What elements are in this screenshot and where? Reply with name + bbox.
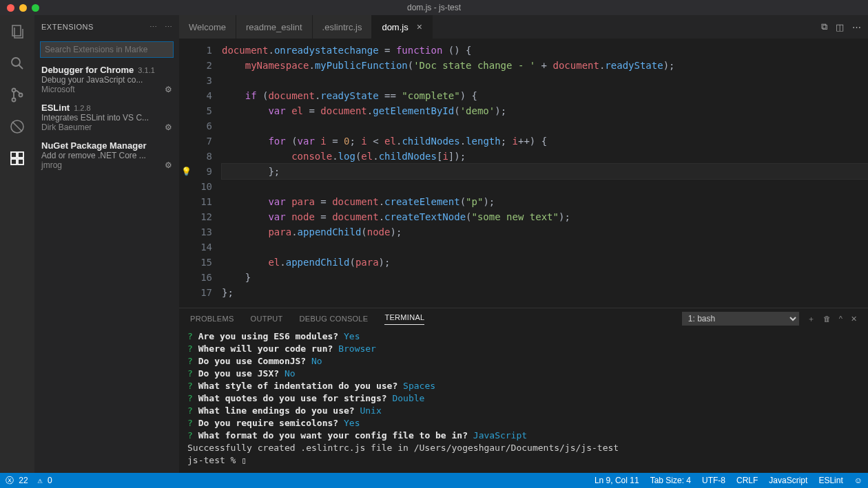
editor-tab[interactable]: .eslintrc.js — [313, 15, 373, 39]
maximize-window-icon[interactable] — [32, 4, 39, 12]
tab-label: .eslintrc.js — [322, 22, 362, 32]
panel-close-icon[interactable]: ✕ — [851, 315, 857, 323]
code-line[interactable]: var para = document.createElement("p"); — [222, 194, 868, 209]
new-terminal-icon[interactable]: ＋ — [807, 314, 815, 324]
svg-point-3 — [12, 98, 16, 102]
status-eol[interactable]: CRLF — [736, 476, 758, 485]
window-title: dom.js - js-test — [407, 3, 461, 12]
titlebar: dom.js - js-test — [0, 0, 868, 15]
status-language[interactable]: JavaScript — [769, 476, 807, 485]
code-line[interactable]: para.appendChild(node); — [222, 224, 868, 240]
filter-icon[interactable]: ⋯ — [149, 23, 158, 32]
extension-name: Debugger for Chrome — [41, 65, 134, 75]
svg-rect-9 — [18, 159, 23, 165]
status-eslint[interactable]: ESLint — [818, 476, 843, 485]
svg-rect-7 — [18, 152, 23, 158]
gear-icon[interactable]: ⚙ — [165, 85, 172, 94]
code-line[interactable]: }; — [222, 164, 868, 179]
extension-publisher: Microsoft — [41, 85, 75, 94]
search-icon[interactable] — [8, 54, 27, 73]
sidebar-heading: EXTENSIONS — [41, 23, 94, 31]
source-control-icon[interactable] — [8, 85, 27, 105]
code-line[interactable]: if (document.readyState == "complete") { — [222, 88, 868, 103]
extension-item[interactable]: Debugger for Chrome3.1.1 Debug your Java… — [34, 61, 179, 98]
editor-tab[interactable]: Welcome — [179, 15, 236, 39]
svg-rect-0 — [12, 25, 21, 36]
svg-rect-8 — [11, 159, 17, 165]
activity-bar — [0, 15, 34, 473]
status-cursor[interactable]: Ln 9, Col 11 — [595, 476, 639, 485]
tab-label: dom.js — [382, 22, 408, 32]
split-editor-icon[interactable]: ◫ — [836, 22, 844, 32]
gear-icon[interactable]: ⚙ — [165, 160, 172, 170]
panel-tab-output[interactable]: OUTPUT — [251, 315, 283, 323]
code-line[interactable]: var el = document.getElementById('demo')… — [222, 103, 868, 118]
terminal-output[interactable]: ? Are you using ES6 modules? Yes? Where … — [179, 329, 868, 473]
tab-label: readme_eslint — [246, 22, 302, 32]
bottom-panel: PROBLEMS OUTPUT DEBUG CONSOLE TERMINAL 1… — [179, 308, 868, 473]
explorer-icon[interactable] — [8, 22, 27, 41]
code-line[interactable] — [222, 73, 868, 88]
extension-version: 3.1.1 — [138, 66, 154, 74]
code-line[interactable]: el.appendChild(para); — [222, 255, 868, 270]
extension-item[interactable]: NuGet Package Manager Add or remove .NET… — [34, 136, 179, 174]
tab-close-icon[interactable]: × — [413, 21, 422, 32]
code-line[interactable]: console.log(el.childNodes[i]); — [222, 149, 868, 164]
code-line[interactable]: for (var i = 0; i < el.childNodes.length… — [222, 134, 868, 149]
extension-desc: Debug your JavaScript co... — [41, 75, 172, 85]
more-actions-icon[interactable]: ⋯ — [852, 22, 861, 32]
line-numbers: 1234567891011121314151617 — [193, 39, 222, 308]
extension-version: 1.2.8 — [74, 104, 90, 112]
feedback-icon[interactable]: ☺ — [854, 476, 862, 485]
code-line[interactable]: myNamespace.myPublicFunction('Doc state … — [222, 58, 868, 73]
svg-point-4 — [19, 94, 23, 97]
code-line[interactable]: }; — [222, 285, 868, 300]
search-extensions-input[interactable] — [40, 41, 174, 58]
panel-tab-debug-console[interactable]: DEBUG CONSOLE — [300, 315, 369, 323]
code-line[interactable] — [222, 118, 868, 134]
extension-name: NuGet Package Manager — [41, 140, 146, 151]
panel-tab-problems[interactable]: PROBLEMS — [190, 315, 234, 323]
extension-item[interactable]: ESLint1.2.8 Integrates ESLint into VS C.… — [34, 98, 179, 136]
editor-tab[interactable]: dom.js× — [372, 15, 432, 39]
extensions-icon[interactable] — [8, 149, 27, 168]
code-editor[interactable]: 💡 1234567891011121314151617 document.onr… — [179, 39, 868, 308]
status-bar: ⓧ 22 ⚠ 0 Ln 9, Col 11 Tab Size: 4 UTF-8 … — [0, 473, 868, 488]
extension-name: ESLint — [41, 103, 70, 113]
status-warnings[interactable]: ⚠ 0 — [38, 476, 52, 485]
svg-point-2 — [12, 89, 16, 92]
extension-publisher: jmrog — [41, 160, 62, 170]
code-line[interactable]: var node = document.createTextNode("some… — [222, 209, 868, 224]
debug-icon[interactable] — [8, 117, 27, 136]
kill-terminal-icon[interactable]: 🗑 — [823, 315, 831, 323]
code-line[interactable]: } — [222, 270, 868, 285]
editor-tabs: Welcomereadme_eslint.eslintrc.jsdom.js× … — [179, 15, 868, 39]
svg-rect-6 — [11, 152, 17, 158]
compare-icon[interactable]: ⧉ — [821, 21, 827, 32]
status-errors[interactable]: ⓧ 22 — [6, 475, 28, 487]
panel-maximize-icon[interactable]: ^ — [839, 315, 843, 323]
terminal-dropdown[interactable]: 1: bash — [682, 312, 799, 326]
traffic-lights — [0, 4, 39, 12]
status-tabsize[interactable]: Tab Size: 4 — [650, 476, 691, 485]
close-window-icon[interactable] — [7, 4, 14, 12]
extensions-sidebar: EXTENSIONS ⋯ ⋯ Debugger for Chrome3.1.1 … — [34, 15, 179, 473]
gear-icon[interactable]: ⚙ — [165, 123, 172, 132]
more-icon[interactable]: ⋯ — [165, 23, 173, 32]
code-line[interactable]: document.onreadystatechange = function (… — [222, 43, 868, 58]
code-line[interactable] — [222, 179, 868, 194]
panel-tab-terminal[interactable]: TERMINAL — [384, 313, 424, 325]
tab-label: Welcome — [189, 22, 226, 32]
extension-desc: Add or remove .NET Core ... — [41, 151, 172, 160]
status-encoding[interactable]: UTF-8 — [702, 476, 725, 485]
extension-publisher: Dirk Baeumer — [41, 123, 92, 132]
extension-desc: Integrates ESLint into VS C... — [41, 113, 172, 123]
minimize-window-icon[interactable] — [19, 4, 27, 12]
code-line[interactable] — [222, 240, 868, 255]
editor-tab[interactable]: readme_eslint — [236, 15, 313, 39]
lightbulb-icon[interactable]: 💡 — [181, 164, 192, 179]
svg-point-1 — [12, 58, 20, 66]
